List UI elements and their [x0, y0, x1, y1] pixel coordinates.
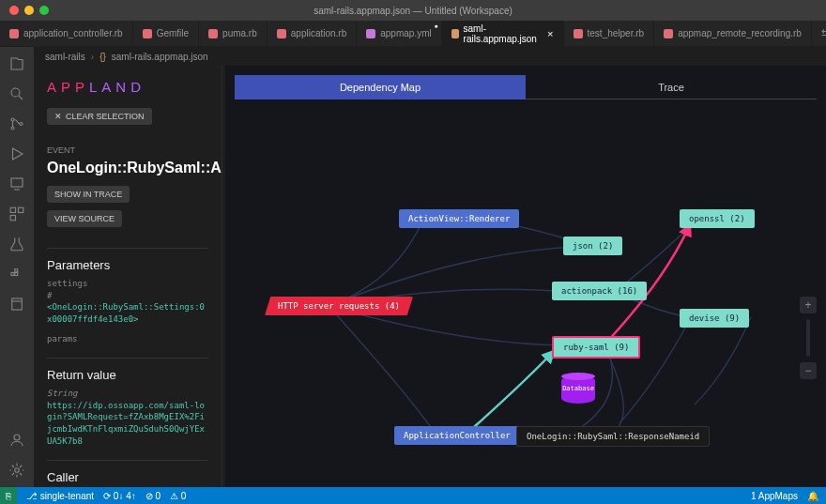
window-controls: [0, 6, 49, 15]
minimize-window-button[interactable]: [24, 6, 34, 15]
param-hash: #: [47, 290, 208, 302]
svg-rect-4: [11, 178, 23, 187]
zoom-out-button[interactable]: −: [800, 362, 817, 379]
maximize-window-button[interactable]: [39, 6, 49, 15]
docker-icon[interactable]: [8, 265, 26, 283]
node-openssl[interactable]: openssl (2): [680, 209, 755, 228]
breadcrumb[interactable]: saml-rails › {} saml-rails.appmap.json: [34, 47, 826, 66]
explorer-icon[interactable]: [8, 54, 26, 73]
node-actionpack[interactable]: actionpack (16): [552, 282, 647, 300]
svg-point-2: [11, 127, 14, 130]
svg-point-13: [15, 468, 20, 473]
node-devise[interactable]: devise (9): [680, 309, 749, 328]
editor-tab[interactable]: puma.rb: [199, 21, 268, 46]
editor-tab[interactable]: application_controller.rb: [0, 21, 133, 46]
x-icon: ✕: [54, 112, 62, 121]
node-http-requests[interactable]: HTTP server requests (4): [265, 297, 413, 315]
test-icon[interactable]: [8, 235, 26, 253]
compare-icon[interactable]: ⇆: [821, 27, 826, 39]
search-icon[interactable]: [8, 84, 26, 103]
file-icon: [664, 29, 673, 38]
view-tabs: Dependency Map Trace: [235, 75, 817, 99]
svg-point-3: [20, 123, 23, 126]
remote-icon[interactable]: [8, 175, 26, 193]
return-value-heading: Return value: [47, 358, 208, 382]
breadcrumb-seg[interactable]: saml-rails.appmap.json: [112, 52, 208, 62]
svg-rect-5: [10, 207, 15, 212]
zoom-controls: + −: [800, 297, 817, 379]
status-bar: ⎘ ⎇ single-tenant ⟳ 0↓ 4↑ ⊘ 0 ⚠ 0 1 AppM…: [0, 487, 826, 504]
run-debug-icon[interactable]: [8, 145, 26, 163]
editor-tab[interactable]: saml-rails.appmap.json×: [442, 21, 564, 46]
account-icon[interactable]: [8, 431, 26, 450]
tab-label: appmap.yml: [380, 28, 431, 38]
settings-icon[interactable]: [8, 461, 26, 480]
tab-label: test_helper.rb: [588, 28, 645, 38]
editor-tab[interactable]: appmap_remote_recording.rb: [654, 21, 812, 46]
zoom-slider[interactable]: [806, 319, 810, 357]
node-database[interactable]: Database: [561, 375, 595, 404]
appmaps-count[interactable]: 1 AppMaps: [751, 491, 798, 501]
svg-point-0: [11, 88, 20, 97]
git-sync[interactable]: ⟳ 0↓ 4↑: [103, 491, 136, 501]
warnings-count[interactable]: ⚠ 0: [170, 491, 186, 501]
editor-tabs: application_controller.rbGemfilepuma.rba…: [0, 21, 826, 47]
extensions-icon[interactable]: [8, 205, 26, 223]
git-branch[interactable]: ⎇ single-tenant: [26, 491, 94, 501]
svg-point-12: [14, 435, 20, 440]
tab-actions: ⇆ ▥ ⋯: [812, 21, 826, 46]
return-type: String: [47, 388, 208, 400]
breadcrumb-seg[interactable]: saml-rails: [45, 52, 85, 62]
errors-count[interactable]: ⊘ 0: [145, 491, 161, 501]
node-renderer[interactable]: ActionView::Renderer: [399, 209, 519, 228]
node-ruby-saml[interactable]: ruby-saml (9): [552, 336, 640, 359]
svg-point-1: [11, 118, 14, 121]
svg-rect-7: [10, 216, 15, 221]
titlebar: saml-rails.appmap.json — Untitled (Works…: [0, 0, 826, 21]
file-icon: [9, 29, 19, 38]
notifications-icon[interactable]: 🔔: [807, 491, 818, 501]
activity-bar: [0, 47, 34, 487]
appland-sidebar: APPLAND ✕CLEAR SELECTION EVENT OneLogin:…: [34, 66, 222, 487]
remote-indicator[interactable]: ⎘: [0, 487, 17, 504]
param-value: <OneLogin::RubySaml::Settings:0x00007ffd…: [47, 301, 208, 325]
editor-tab[interactable]: appmap.yml: [357, 21, 441, 46]
editor-tab[interactable]: Gemfile: [133, 21, 199, 46]
svg-rect-10: [15, 269, 18, 272]
event-name: OneLogin::RubySaml::Authrequest#create: [47, 159, 208, 176]
json-icon: {}: [99, 52, 106, 62]
file-icon: [366, 29, 375, 38]
editor-tab[interactable]: application.rb: [268, 21, 357, 46]
svg-rect-11: [12, 298, 23, 310]
parameters-heading: Parameters: [47, 248, 208, 272]
dependency-canvas[interactable]: ActionView::Renderer json (2) openssl (2…: [225, 99, 826, 487]
chevron-right-icon: ›: [91, 52, 94, 62]
tab-label: saml-rails.appmap.json: [464, 23, 540, 44]
show-in-trace-button[interactable]: SHOW IN TRACE: [47, 186, 130, 203]
svg-rect-8: [11, 273, 14, 276]
zoom-in-button[interactable]: +: [800, 297, 817, 313]
clear-selection-button[interactable]: ✕CLEAR SELECTION: [47, 108, 152, 125]
param-name: settings: [47, 278, 208, 290]
tab-trace[interactable]: Trace: [526, 75, 817, 99]
node-onelogin-response[interactable]: OneLogin::RubySaml::ResponseNameid: [516, 426, 710, 447]
tab-dependency-map[interactable]: Dependency Map: [235, 75, 526, 99]
svg-rect-6: [19, 207, 23, 212]
close-window-button[interactable]: [9, 6, 19, 15]
tab-label: puma.rb: [222, 28, 257, 38]
view-source-button[interactable]: VIEW SOURCE: [47, 210, 122, 227]
file-icon: [451, 29, 459, 38]
node-application-controller[interactable]: ApplicationController: [394, 426, 520, 445]
param-name: params: [47, 333, 208, 345]
tab-label: appmap_remote_recording.rb: [678, 28, 802, 38]
file-icon: [208, 29, 218, 38]
close-tab-icon[interactable]: ×: [547, 28, 553, 39]
node-json[interactable]: json (2): [563, 237, 622, 255]
return-value: https://idp.ossoapp.com/saml-login?SAMLR…: [47, 400, 208, 447]
source-control-icon[interactable]: [8, 115, 26, 133]
file-icon: [574, 29, 583, 38]
book-icon[interactable]: [8, 295, 26, 313]
editor-tab[interactable]: test_helper.rb: [564, 21, 655, 46]
tab-label: Gemfile: [157, 28, 189, 38]
caller-heading: Caller: [47, 460, 208, 484]
